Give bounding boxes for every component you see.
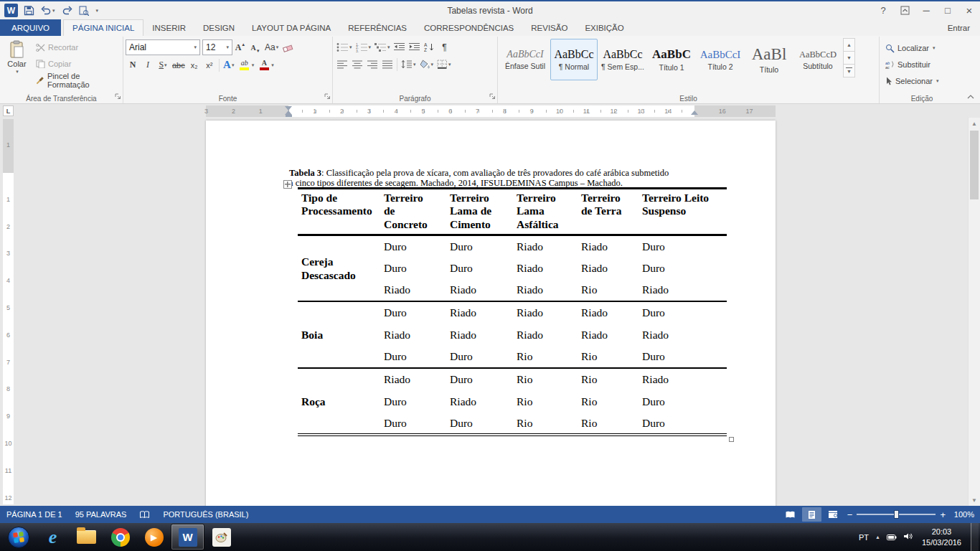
tab-referencias[interactable]: REFERÊNCIAS <box>339 19 415 36</box>
zoom-slider-thumb[interactable] <box>894 510 899 519</box>
increase-indent-button[interactable] <box>407 39 422 55</box>
hidden-icons-button[interactable]: ▲ <box>875 534 880 540</box>
chrome-icon[interactable] <box>104 524 136 550</box>
internet-explorer-icon[interactable]: e <box>37 524 69 550</box>
table-cell[interactable]: Rio <box>578 346 639 368</box>
shrink-font-button[interactable]: A▼ <box>248 40 263 55</box>
style-enfase-sutil[interactable]: AaBbCcI Ênfase Sutil <box>501 39 549 80</box>
font-size-combo[interactable]: 12▾ <box>202 39 232 55</box>
style-gallery-up-button[interactable]: ▲ <box>843 38 855 52</box>
header-cell[interactable]: Terreiro de Terra <box>578 189 639 235</box>
table-cell[interactable]: Duro <box>380 257 446 279</box>
change-case-button[interactable]: Aa▾ <box>263 40 280 55</box>
table-cell[interactable]: Riado <box>639 279 727 301</box>
table-cell[interactable]: Riado <box>446 390 513 413</box>
table-cell[interactable]: Duro <box>380 301 446 324</box>
table-cell[interactable]: Duro <box>446 346 513 368</box>
table-cell[interactable]: Riado <box>513 279 578 301</box>
redo-button[interactable] <box>61 3 73 19</box>
borders-button[interactable]: ▾ <box>435 57 453 72</box>
grow-font-button[interactable]: A▲ <box>233 40 248 55</box>
scrollbar-thumb[interactable] <box>970 131 979 199</box>
web-layout-button[interactable] <box>824 507 843 522</box>
word-taskbar-icon[interactable]: W <box>171 524 204 550</box>
find-button[interactable]: Localizar▾ <box>885 41 958 55</box>
header-cell[interactable]: Terreiro de Concreto <box>380 189 446 235</box>
font-family-combo[interactable]: Arial▾ <box>126 39 200 55</box>
highlight-color-button[interactable]: ab ▾ <box>237 57 256 72</box>
table-cell[interactable]: Rio <box>513 413 578 435</box>
zoom-in-button[interactable]: + <box>940 510 946 519</box>
close-button[interactable]: × <box>958 1 980 19</box>
clear-formatting-button[interactable] <box>281 40 295 55</box>
sort-button[interactable]: AZ <box>423 39 437 55</box>
table-cell[interactable]: Rio <box>578 368 639 390</box>
shading-button[interactable]: ▾ <box>418 57 435 72</box>
paragraph-dialog-launcher[interactable] <box>489 92 496 102</box>
style-subtitulo[interactable]: AaBbCcD Subtítulo <box>794 39 842 80</box>
table-cell[interactable]: Riado <box>380 368 446 390</box>
tab-pagina-inicial[interactable]: PÁGINA INICIAL <box>63 19 143 36</box>
style-titulo-1[interactable]: AaBbC Título 1 <box>648 39 695 80</box>
style-gallery-down-button[interactable]: ▼ <box>843 51 855 65</box>
language-switcher[interactable]: PT <box>859 533 869 542</box>
table-cell[interactable]: Duro <box>639 257 727 279</box>
table-cell[interactable]: Duro <box>446 413 513 435</box>
tab-correspondencias[interactable]: CORRESPONDÊNCIAS <box>415 19 522 36</box>
format-painter-button[interactable]: Pincel de Formatação <box>34 72 121 88</box>
table-cell[interactable]: Riado <box>446 324 513 346</box>
multilevel-list-button[interactable]: ▾ <box>373 39 392 55</box>
style-sem-espacamento[interactable]: AaBbCc ¶ Sem Esp... <box>599 39 646 80</box>
left-indent-marker[interactable] <box>286 115 292 117</box>
tab-stop-selector[interactable]: L <box>3 105 14 116</box>
table-cell[interactable]: Duro <box>380 235 446 257</box>
h-ruler[interactable]: 32112345678910111213141617 <box>206 105 776 117</box>
row-group-label[interactable]: Roça <box>298 368 380 435</box>
print-preview-icon[interactable] <box>78 3 90 19</box>
table-cell[interactable]: Riado <box>578 257 639 279</box>
tab-inserir[interactable]: INSERIR <box>143 19 194 36</box>
battery-icon[interactable] <box>887 532 897 542</box>
select-button[interactable]: Selecionar▾ <box>885 74 958 88</box>
paste-button[interactable]: Colar ▾ <box>2 38 32 88</box>
copy-button[interactable]: Copiar <box>34 56 121 72</box>
zoom-out-button[interactable]: − <box>847 510 853 519</box>
table-cell[interactable]: Riado <box>578 235 639 257</box>
save-button[interactable] <box>23 3 35 19</box>
print-layout-button[interactable] <box>802 507 821 522</box>
table-caption[interactable]: Tabela 3: Classificação pela prova de xí… <box>289 168 705 188</box>
row-group-label[interactable]: Boia <box>298 301 380 368</box>
minimize-button[interactable]: ─ <box>915 1 937 19</box>
header-cell[interactable]: Terreiro Leito Suspenso <box>639 189 727 235</box>
taskbar-clock[interactable]: 20:03 15/03/2016 <box>919 527 964 547</box>
table-cell[interactable]: Rio <box>578 279 639 301</box>
paint-icon[interactable] <box>205 524 237 550</box>
justify-button[interactable] <box>380 57 395 72</box>
bullets-button[interactable]: ▾ <box>335 39 354 55</box>
table-cell[interactable]: Duro <box>639 390 727 413</box>
word-count[interactable]: 95 PALAVRAS <box>69 506 133 523</box>
underline-button[interactable]: S▾ <box>156 57 170 72</box>
start-button[interactable] <box>1 523 36 551</box>
table-cell[interactable]: Duro <box>639 301 727 324</box>
v-ruler[interactable]: 1123456789101112 <box>3 119 14 504</box>
tab-design[interactable]: DESIGN <box>194 19 243 36</box>
tab-exibicao[interactable]: EXIBIÇÃO <box>576 19 632 36</box>
header-cell[interactable]: Terreiro Lama Asfáltica <box>513 189 578 235</box>
align-right-button[interactable] <box>365 57 380 72</box>
volume-icon[interactable] <box>903 532 913 542</box>
media-player-icon[interactable]: ▶ <box>138 524 170 550</box>
line-spacing-button[interactable]: ▾ <box>400 57 418 72</box>
row-group-label[interactable]: Cereja Descascado <box>298 235 380 301</box>
zoom-slider[interactable] <box>857 514 936 515</box>
table-cell[interactable]: Rio <box>513 368 578 390</box>
table-cell[interactable]: Duro <box>446 235 513 257</box>
table-cell[interactable]: Riado <box>513 235 578 257</box>
font-dialog-launcher[interactable] <box>324 92 331 102</box>
cut-button[interactable]: Recortar <box>34 39 121 55</box>
proofing-status[interactable] <box>133 506 156 523</box>
table-cell[interactable]: Riado <box>513 301 578 324</box>
right-indent-marker[interactable] <box>691 110 698 115</box>
table-cell[interactable]: Duro <box>446 257 513 279</box>
table-cell[interactable]: Riado <box>380 324 446 346</box>
